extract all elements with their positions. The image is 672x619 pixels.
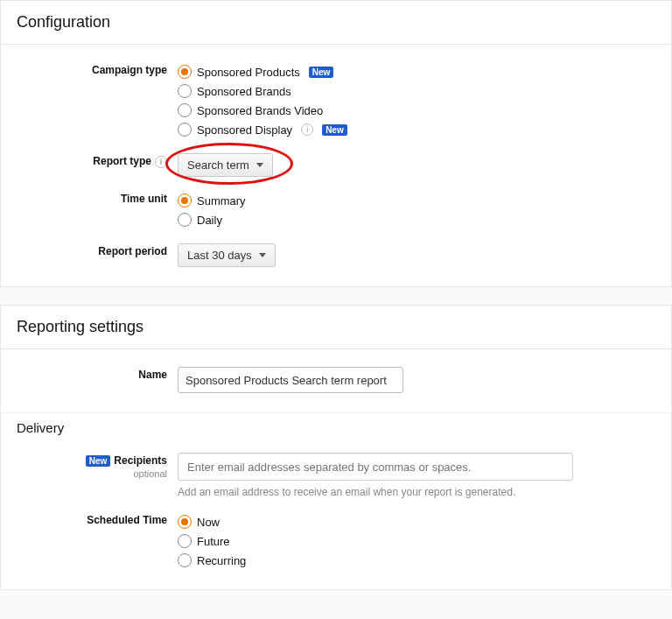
reporting-settings-title: Reporting settings xyxy=(1,306,671,349)
sched-future[interactable]: Future xyxy=(178,531,655,551)
radio-icon xyxy=(178,553,192,567)
campaign-opt-sponsored-brands[interactable]: Sponsored Brands xyxy=(178,81,655,101)
report-type-label: Report type xyxy=(1,151,178,168)
sched-now[interactable]: Now xyxy=(178,512,655,531)
radio-icon xyxy=(178,193,192,208)
campaign-type-label: Campaign type xyxy=(1,60,178,76)
campaign-opt-label: Sponsored Display xyxy=(197,123,292,137)
time-unit-daily[interactable]: Daily xyxy=(178,210,655,229)
info-icon[interactable] xyxy=(155,156,167,168)
recipients-input[interactable] xyxy=(178,453,573,481)
time-unit-opt-label: Daily xyxy=(197,214,222,227)
campaign-opt-label: Sponsored Brands Video xyxy=(197,104,323,117)
campaign-opt-label: Sponsored Products xyxy=(197,66,300,79)
time-unit-label: Time unit xyxy=(1,189,178,205)
info-icon[interactable] xyxy=(301,123,313,136)
scheduled-time-label: Scheduled Time xyxy=(1,510,178,526)
campaign-opt-sponsored-products[interactable]: Sponsored Products New xyxy=(178,62,655,81)
radio-icon xyxy=(178,534,192,548)
report-period-label: Report period xyxy=(1,242,178,257)
time-unit-summary[interactable]: Summary xyxy=(178,191,655,210)
recipients-hint: Add an email address to receive an email… xyxy=(178,486,655,498)
sched-recurring[interactable]: Recurring xyxy=(178,551,655,570)
configuration-panel: Configuration Campaign type Sponsored Pr… xyxy=(0,0,672,287)
chevron-down-icon xyxy=(259,253,266,257)
campaign-type-options: Sponsored Products New Sponsored Brands … xyxy=(178,60,655,139)
radio-icon xyxy=(178,65,192,79)
radio-icon xyxy=(178,213,192,227)
campaign-opt-sponsored-display[interactable]: Sponsored Display New xyxy=(178,120,655,139)
recipients-sublabel: optional xyxy=(1,468,167,479)
report-type-value: Search term xyxy=(187,158,249,172)
time-unit-opt-label: Summary xyxy=(197,194,246,208)
name-label: Name xyxy=(1,365,178,381)
campaign-opt-sponsored-brands-video[interactable]: Sponsored Brands Video xyxy=(178,101,655,120)
campaign-opt-label: Sponsored Brands xyxy=(197,85,291,98)
configuration-title: Configuration xyxy=(1,1,671,45)
sched-opt-label: Recurring xyxy=(197,554,246,567)
reporting-settings-panel: Reporting settings Name Delivery NewReci… xyxy=(0,305,672,590)
report-type-select[interactable]: Search term xyxy=(178,153,273,177)
radio-icon xyxy=(178,515,192,529)
new-badge: New xyxy=(322,124,347,136)
report-name-input[interactable] xyxy=(178,367,403,393)
new-badge: New xyxy=(309,67,334,78)
delivery-title: Delivery xyxy=(1,412,671,446)
radio-icon xyxy=(178,123,192,137)
report-period-select[interactable]: Last 30 days xyxy=(178,243,276,267)
recipients-label: NewRecipients optional xyxy=(1,451,178,479)
sched-opt-label: Now xyxy=(197,516,220,529)
sched-opt-label: Future xyxy=(197,535,230,548)
radio-icon xyxy=(178,103,192,117)
report-period-value: Last 30 days xyxy=(187,249,252,262)
chevron-down-icon xyxy=(256,163,263,167)
radio-icon xyxy=(178,84,192,98)
new-badge: New xyxy=(86,455,111,467)
